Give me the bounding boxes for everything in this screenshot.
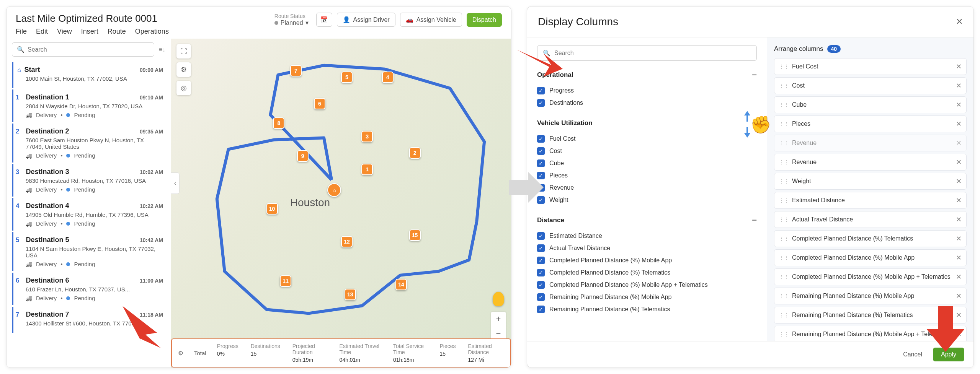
column-checkbox-row[interactable]: ✓Destinations [537, 97, 757, 109]
apply-button[interactable]: Apply [933, 348, 964, 361]
column-checkbox-row[interactable]: ✓Completed Planned Distance (%) Mobile A… [537, 279, 757, 291]
arranged-column-item[interactable]: ⋮⋮Pieces✕ [774, 115, 967, 132]
remove-column-button[interactable]: ✕ [956, 254, 962, 262]
column-checkbox-row[interactable]: ✓Fuel Cost [537, 133, 757, 145]
drag-handle-icon[interactable]: ⋮⋮ [779, 216, 788, 223]
column-checkbox-row[interactable]: ✓Pieces [537, 169, 757, 182]
column-checkbox-row[interactable]: ✓Estimated Distance [537, 230, 757, 242]
stop-item[interactable]: 2 Destination 209:35 AM7600 East Sam Hou… [12, 124, 165, 163]
calendar-button[interactable]: 📅 [316, 13, 332, 27]
drag-handle-icon[interactable]: ⋮⋮ [779, 236, 788, 242]
arranged-column-item[interactable]: ⋮⋮Fuel Cost✕ [774, 58, 967, 75]
assign-vehicle-button[interactable]: 🚗Assign Vehicle [400, 13, 462, 27]
stop-item[interactable]: 4 Destination 410:22 AM14905 Old Humble … [12, 198, 165, 231]
column-checkbox-row[interactable]: ✓Actual Travel Distance [537, 242, 757, 254]
pin-11[interactable]: 11 [280, 275, 291, 287]
pin-5[interactable]: 5 [341, 72, 353, 83]
remove-column-button[interactable]: ✕ [956, 81, 962, 90]
drag-handle-icon[interactable]: ⋮⋮ [779, 197, 788, 203]
remove-column-button[interactable]: ✕ [956, 62, 962, 71]
group-header[interactable]: Operational− [537, 70, 757, 80]
remove-column-button[interactable]: ✕ [956, 196, 962, 205]
drag-handle-icon[interactable]: ⋮⋮ [779, 178, 788, 184]
stop-item[interactable]: ⌂ Start09:00 AM1000 Main St, Houston, TX… [12, 62, 165, 88]
pin-10[interactable]: 10 [266, 203, 278, 215]
collapse-sidebar-button[interactable]: ‹ [171, 172, 180, 194]
menu-route[interactable]: Route [108, 28, 126, 36]
stop-search[interactable]: 🔍 [12, 42, 154, 57]
dispatch-button[interactable]: Dispatch [467, 13, 502, 27]
remove-column-button[interactable]: ✕ [956, 120, 962, 128]
remove-column-button[interactable]: ✕ [956, 292, 962, 300]
arranged-column-item[interactable]: ⋮⋮Remaining Planned Distance (%) Mobile … [774, 288, 967, 304]
column-checkbox-row[interactable]: ✓Revenue [537, 182, 757, 194]
remove-column-button[interactable]: ✕ [956, 234, 962, 243]
stop-search-input[interactable] [28, 46, 149, 53]
pegman-icon[interactable] [493, 292, 504, 306]
menu-operations[interactable]: Operations [135, 28, 169, 36]
close-button[interactable]: ✕ [956, 17, 963, 27]
arranged-column-item[interactable]: ⋮⋮Revenue✕ [774, 135, 967, 151]
sort-icon[interactable]: ≡↓ [159, 46, 165, 53]
remove-column-button[interactable]: ✕ [956, 177, 962, 185]
arranged-column-item[interactable]: ⋮⋮Estimated Distance✕ [774, 192, 967, 209]
pin-2[interactable]: 2 [409, 147, 421, 159]
map[interactable]: ⌂ 1 2 3 4 5 6 7 8 9 10 11 12 13 14 15 Ho… [171, 39, 511, 367]
arranged-column-item[interactable]: ⋮⋮Remaining Planned Distance (%) Mobile … [774, 326, 967, 341]
remove-column-button[interactable]: ✕ [956, 215, 962, 224]
drag-handle-icon[interactable]: ⋮⋮ [779, 159, 788, 165]
column-checkbox-row[interactable]: ✓Cost [537, 145, 757, 157]
pin-13[interactable]: 13 [345, 289, 356, 300]
pin-4[interactable]: 4 [382, 72, 394, 83]
arranged-column-item[interactable]: ⋮⋮Remaining Planned Distance (%) Telemat… [774, 307, 967, 324]
remove-column-button[interactable]: ✕ [956, 311, 962, 319]
pin-15[interactable]: 15 [409, 229, 421, 241]
columns-search[interactable]: 🔍 [537, 45, 757, 61]
arranged-column-item[interactable]: ⋮⋮Revenue✕ [774, 154, 967, 171]
remove-column-button[interactable]: ✕ [956, 273, 962, 281]
stop-item[interactable]: 3 Destination 310:02 AM9830 Homestead Rd… [12, 164, 165, 197]
arranged-column-item[interactable]: ⋮⋮Actual Travel Distance✕ [774, 211, 967, 228]
stop-item[interactable]: 7 Destination 711:18 AM14300 Hollister S… [12, 307, 165, 333]
arranged-column-item[interactable]: ⋮⋮Cube✕ [774, 96, 967, 113]
drag-handle-icon[interactable]: ⋮⋮ [779, 312, 788, 318]
map-settings-button[interactable]: ⚙ [176, 62, 191, 77]
pin-12[interactable]: 12 [341, 236, 353, 247]
drag-handle-icon[interactable]: ⋮⋮ [779, 140, 788, 146]
arranged-column-item[interactable]: ⋮⋮Cost✕ [774, 77, 967, 94]
drag-handle-icon[interactable]: ⋮⋮ [779, 293, 788, 299]
columns-search-input[interactable] [554, 50, 751, 57]
arranged-column-item[interactable]: ⋮⋮Weight✕ [774, 173, 967, 190]
assign-driver-button[interactable]: 👤Assign Driver [337, 13, 395, 27]
column-checkbox-row[interactable]: ✓Completed Planned Distance (%) Mobile A… [537, 254, 757, 267]
group-header[interactable]: Distance− [537, 215, 757, 225]
menu-insert[interactable]: Insert [81, 28, 98, 36]
pin-9[interactable]: 9 [297, 150, 309, 162]
pin-8[interactable]: 8 [273, 117, 284, 129]
drag-handle-icon[interactable]: ⋮⋮ [779, 102, 788, 108]
remove-column-button[interactable]: ✕ [956, 158, 962, 166]
drag-handle-icon[interactable]: ⋮⋮ [779, 331, 788, 337]
stop-item[interactable]: 6 Destination 611:00 AM610 Frazer Ln, Ho… [12, 273, 165, 305]
pin-7[interactable]: 7 [290, 65, 302, 76]
column-checkbox-row[interactable]: ✓Progress [537, 85, 757, 97]
column-checkbox-row[interactable]: ✓Remaining Planned Distance (%) Mobile A… [537, 291, 757, 303]
drag-handle-icon[interactable]: ⋮⋮ [779, 121, 788, 127]
column-checkbox-row[interactable]: ✓Completed Planned Distance (%) Telemati… [537, 267, 757, 279]
remove-column-button[interactable]: ✕ [956, 101, 962, 109]
zoom-in-button[interactable]: + [491, 312, 506, 326]
menu-file[interactable]: File [16, 28, 27, 36]
arranged-column-item[interactable]: ⋮⋮Completed Planned Distance (%) Mobile … [774, 249, 967, 266]
column-checkbox-row[interactable]: ✓Weight [537, 194, 757, 206]
arranged-column-item[interactable]: ⋮⋮Completed Planned Distance (%) Telemat… [774, 230, 967, 247]
stop-item[interactable]: 5 Destination 510:42 AM1104 N Sam Housto… [12, 232, 165, 271]
pin-3[interactable]: 3 [361, 131, 373, 142]
column-checkbox-row[interactable]: ✓Remaining Planned Distance (%) Telemati… [537, 303, 757, 315]
pin-6[interactable]: 6 [314, 98, 325, 109]
map-radar-button[interactable]: ◎ [176, 81, 191, 95]
remove-column-button[interactable]: ✕ [956, 139, 962, 147]
fullscreen-button[interactable]: ⛶ [176, 44, 191, 59]
gear-icon[interactable]: ⚙ [178, 350, 183, 357]
drag-handle-icon[interactable]: ⋮⋮ [779, 83, 788, 89]
column-checkbox-row[interactable]: ✓Cube [537, 157, 757, 169]
